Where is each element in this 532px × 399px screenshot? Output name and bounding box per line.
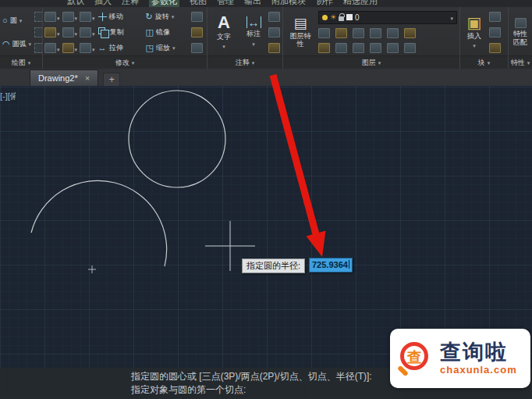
block-panel-expander[interactable]: 块 — [460, 55, 508, 69]
blend-tool-button[interactable] — [62, 41, 78, 55]
match-properties-icon — [515, 18, 527, 28]
insert-button[interactable]: ▣ 插入 — [462, 9, 487, 55]
array-tool-button[interactable] — [44, 9, 60, 23]
rectangle-tool-icon[interactable] — [34, 12, 42, 22]
table-tool-icon[interactable] — [268, 27, 280, 37]
layer-unisolate-tool-icon[interactable] — [335, 43, 347, 53]
scale-label: 缩放 — [156, 43, 170, 53]
stretch-button[interactable]: ↔ 拉伸 — [98, 43, 143, 53]
ribbon-tab-view[interactable]: 视图 — [190, 0, 207, 7]
chevron-down-icon — [92, 25, 95, 39]
chamfer-tool-button[interactable] — [62, 25, 78, 39]
scale-button[interactable]: ◳ 缩放 — [145, 43, 189, 53]
layer-select[interactable]: ☀ 0 — [318, 11, 457, 24]
logo-character: 查 — [407, 347, 422, 368]
rotate-button[interactable]: ↻ 旋转 — [145, 12, 189, 22]
polygon-tool-icon[interactable] — [34, 27, 42, 37]
copy-button[interactable]: 复制 — [98, 27, 143, 37]
layer-state-tool-icon[interactable] — [404, 43, 416, 53]
layer-off-tool-icon[interactable] — [318, 28, 330, 38]
mirror-button[interactable]: ◫ 镜像 — [145, 27, 189, 37]
ribbon-tab-home[interactable]: 默认 — [67, 0, 84, 7]
chevron-down-icon — [92, 41, 95, 55]
layer-walk-tool-icon[interactable] — [404, 28, 416, 38]
fillet-icon — [62, 12, 74, 22]
layer-freeze-tool-icon[interactable] — [353, 28, 364, 38]
circle-button[interactable]: ○ 圆 — [2, 16, 32, 26]
chevron-down-icon — [488, 59, 491, 66]
text-label: 文字 — [217, 33, 231, 41]
drawing-tab-active[interactable]: Drawing2* × — [30, 69, 98, 86]
break-tool-icon[interactable] — [191, 27, 203, 37]
text-button[interactable]: A 文字 — [209, 9, 239, 55]
trim-tool-button[interactable] — [44, 41, 60, 55]
markup-tool-icon[interactable] — [268, 43, 280, 53]
copy-label: 复制 — [110, 27, 124, 37]
layer-lock-tool-icon[interactable] — [370, 28, 381, 38]
dimension-icon: ↔ — [246, 16, 261, 28]
chevron-down-icon — [172, 12, 175, 20]
chevron-down-icon — [29, 40, 32, 48]
edit-block-tool-icon[interactable] — [489, 27, 501, 37]
drawing-canvas[interactable]: [-][俯视][二维线框] 指定圆的半径: 725.9364 指定圆的圆心或 [… — [0, 86, 532, 399]
dimension-label: 标注 — [246, 30, 261, 37]
modify-panel-label: 修改 — [115, 58, 129, 68]
layer-prev-tool-icon[interactable] — [387, 43, 399, 53]
fillet-tool-button[interactable] — [62, 9, 78, 23]
rotate-label: 旋转 — [155, 12, 169, 22]
layer-isolate-tool-icon[interactable] — [335, 28, 347, 38]
arc-button[interactable]: ◠ 圆弧 — [2, 39, 32, 49]
stretch-icon: ↔ — [98, 44, 107, 52]
draw-panel-expander[interactable]: 绘图 — [0, 55, 42, 69]
layer-lock-icon — [339, 16, 344, 21]
dimension-button[interactable]: ↔ 标注 — [241, 9, 266, 55]
ribbon-tab-output[interactable]: 输出 — [244, 0, 261, 7]
copy-icon — [98, 27, 105, 34]
chevron-down-icon — [473, 41, 476, 49]
join-icon — [80, 43, 91, 53]
layer-match-tool-icon[interactable] — [387, 28, 399, 38]
scale-icon: ◳ — [146, 44, 154, 52]
layers-panel-expander[interactable]: 图层 — [283, 55, 459, 69]
move-button[interactable]: 移动 — [98, 12, 143, 22]
trim-icon — [44, 43, 56, 53]
new-drawing-tab-button[interactable]: + — [103, 73, 120, 86]
dynamic-input-prompt: 指定圆的半径: — [242, 258, 305, 273]
join-tool-button[interactable] — [80, 41, 95, 55]
ribbon-tab-insert[interactable]: 插入 — [94, 0, 112, 7]
ribbon-tab-collaborate[interactable]: 协作 — [316, 0, 333, 7]
close-icon[interactable]: × — [85, 73, 90, 83]
annotation-panel-expander[interactable]: 注释 — [207, 55, 282, 69]
watermark-title: 查询啦 — [440, 340, 517, 365]
ribbon-tab-parametric[interactable]: 参数化 — [149, 0, 179, 7]
text-cursor — [349, 260, 349, 269]
block-attributes-tool-icon[interactable] — [489, 43, 501, 53]
arc-icon: ◠ — [2, 40, 10, 48]
properties-panel-label: 特性 — [511, 58, 525, 68]
radius-input-field[interactable]: 725.9364 — [309, 258, 353, 273]
match-properties-button[interactable]: 特性匹配 — [510, 9, 530, 55]
ribbon-tab-manage[interactable]: 管理 — [217, 0, 234, 7]
annotation-panel-label: 注释 — [236, 58, 250, 68]
layer-on-tool-icon[interactable] — [318, 43, 330, 53]
erase-tool-button[interactable] — [80, 9, 95, 23]
arc-label: 圆弧 — [12, 39, 27, 49]
properties-panel: 特性匹配 特性 — [508, 7, 532, 69]
align-tool-icon[interactable] — [191, 43, 203, 53]
modify-panel-expander[interactable]: 修改 — [43, 55, 207, 69]
explode-tool-button[interactable] — [80, 25, 95, 39]
layer-properties-button[interactable]: ▤ 图层特性 — [285, 9, 316, 55]
annotation-panel: A 文字 ↔ 标注 注释 — [207, 7, 282, 69]
lengthen-tool-icon[interactable] — [191, 12, 203, 22]
hatch-tool-icon[interactable] — [34, 43, 42, 53]
leader-tool-icon[interactable] — [268, 12, 280, 22]
offset-tool-button[interactable] — [44, 25, 60, 39]
properties-panel-expander[interactable]: 特性 — [509, 55, 532, 69]
ribbon-tab-featured[interactable]: 精选应用 — [343, 0, 378, 7]
create-block-tool-icon[interactable] — [489, 12, 501, 22]
layer-unlock-tool-icon[interactable] — [370, 43, 381, 53]
ribbon-tab-annotate[interactable]: 注释 — [122, 0, 139, 7]
layer-thaw-tool-icon[interactable] — [353, 43, 364, 53]
chevron-down-icon — [75, 41, 78, 55]
ribbon-tab-addins[interactable]: 附加模块 — [271, 0, 306, 7]
